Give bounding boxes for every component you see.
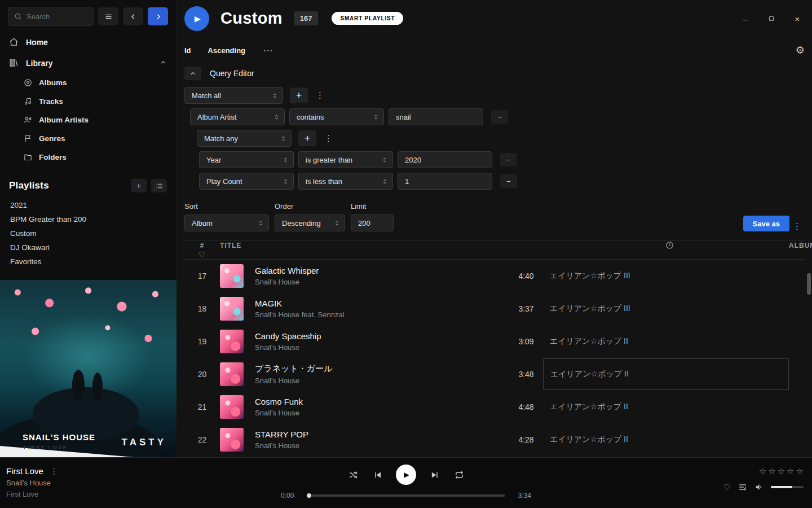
playlist-item[interactable]: BPM Greater than 200 [0,212,176,226]
limit-input[interactable] [351,214,394,231]
track-album-cell[interactable]: エイリアン☆ポップ II [550,391,789,423]
rule-value-input[interactable] [398,151,492,168]
column-header-favorite[interactable]: ♡ [184,250,220,259]
track-artist[interactable]: Snail's House [255,409,502,417]
playlist-item[interactable]: Custom [0,226,176,240]
sort-select[interactable]: Album [184,214,269,231]
table-row[interactable]: 18 MAGIK Snail's House feat. Sennzai 3:3… [184,292,805,325]
maximize-button[interactable] [762,10,780,27]
column-header-album[interactable]: ALBUM [789,242,805,249]
play-pause-button[interactable]: ▶ [396,465,416,485]
previous-track-button[interactable] [372,469,383,480]
track-album-cell-focused[interactable]: エイリアン☆ポップ II [550,358,789,390]
save-as-button[interactable]: Save as [743,216,789,231]
sidebar-item-folders[interactable]: Folders [0,148,176,167]
playlist-item[interactable]: Favorites [0,255,176,269]
nav-back-button[interactable] [123,7,143,25]
sidebar-item-genres[interactable]: Genres [0,129,176,148]
star-icon[interactable]: ☆ [768,466,775,476]
sidebar-item-home[interactable]: Home [0,32,176,52]
track-artist[interactable]: Snail's House [255,278,502,286]
track-artist[interactable]: Snail's House [255,441,502,450]
track-album-cell[interactable]: エイリアン☆ポップ II [550,424,789,456]
sidebar-item-library[interactable]: Library [0,52,176,73]
minimize-button[interactable]: – [736,10,754,27]
star-icon[interactable]: ☆ [759,466,766,476]
album-thumbnail [220,264,244,288]
table-row[interactable]: 21 Cosmo Funk Snail's House 4:48 エイリアン☆ポ… [184,391,805,423]
seek-handle[interactable] [307,493,311,498]
column-header-title[interactable]: TITLE [220,242,502,249]
track-artist[interactable]: Snail's House [255,343,502,352]
star-icon[interactable]: ☆ [787,466,794,476]
now-playing-artist[interactable]: Snail's House [6,479,58,487]
favorite-button[interactable]: ♡ [723,482,731,492]
rule-value-input[interactable] [389,108,483,125]
track-album-cell[interactable]: エイリアン☆ポップ III [550,293,789,325]
next-track-button[interactable] [429,469,440,480]
rule-field-select[interactable]: Play Count [199,173,294,190]
close-button[interactable]: × [788,10,806,27]
track-artist[interactable]: Snail's House feat. Sennzai [255,310,502,319]
match-all-select[interactable]: Match all [184,87,283,104]
more-options-control[interactable]: ··· [263,46,273,55]
track-album-cell[interactable]: エイリアン☆ポップ III [550,260,789,292]
track-artist[interactable]: Snail's House [255,376,502,385]
column-header-index[interactable]: # [184,242,220,249]
rule-operator-select[interactable]: is greater than [298,151,393,168]
track-album-cell[interactable]: エイリアン☆ポップ II [550,326,789,357]
table-row[interactable]: 22 STARRY POP Snail's House 4:28 エイリアン☆ポ… [184,423,805,456]
menu-button[interactable] [98,7,118,25]
scrollbar-thumb[interactable] [807,273,811,295]
add-group-rule-button[interactable]: + [298,130,316,146]
rule-field-select[interactable]: Year [199,151,294,168]
volume-slider[interactable] [771,486,804,488]
column-header-duration[interactable] [550,241,789,249]
now-playing-artwork[interactable]: SNAIL'S HOUSE FIRST LOVE TASTY [0,280,176,457]
table-row[interactable]: 17 Galactic Whisper Snail's House 4:40 エ… [184,260,805,292]
now-playing-album[interactable]: First Love [6,490,58,498]
playlist-item[interactable]: 2021 [0,198,176,212]
rule-operator-select[interactable]: is less than [298,173,393,190]
now-playing-title[interactable]: First Love [6,466,43,476]
sort-field-control[interactable]: Id [184,46,191,55]
add-rule-button[interactable]: + [290,87,308,103]
table-row[interactable]: 20 プラネット・ガール Snail's House 3:48 エイリアン☆ポッ… [184,358,805,391]
match-any-select[interactable]: Match any [197,130,292,147]
sort-direction-control[interactable]: Ascending [208,46,245,55]
add-playlist-button[interactable]: + [131,179,147,192]
sidebar-item-albums[interactable]: Albums [0,73,176,92]
now-playing-menu-button[interactable]: ⋮ [50,467,58,476]
row-number: 22 [184,435,220,444]
shuffle-button[interactable] [347,469,359,480]
play-playlist-button[interactable]: ▶ [184,6,209,31]
playlist-item[interactable]: DJ Okawari [0,240,176,255]
rule-field-select[interactable]: Album Artist [190,108,285,125]
save-menu-button[interactable]: ⋮ [789,221,805,231]
search-input[interactable] [27,12,87,21]
repeat-icon [454,470,464,480]
queue-button[interactable] [738,483,747,492]
remove-rule-button[interactable]: − [500,153,517,167]
group-menu-button[interactable]: ⋮ [321,133,336,143]
star-icon[interactable]: ☆ [778,466,785,476]
sidebar-item-album-artists[interactable]: Album Artists [0,111,176,129]
repeat-button[interactable] [453,469,465,480]
volume-button[interactable] [754,483,764,492]
remove-rule-button[interactable]: − [491,110,508,124]
sidebar-item-tracks[interactable]: Tracks [0,92,176,111]
rule-operator-select[interactable]: contains [289,108,384,125]
collapse-query-editor-button[interactable] [184,67,201,80]
star-icon[interactable]: ☆ [796,466,804,476]
select-caret-icon [381,178,389,185]
order-select[interactable]: Descending [275,214,345,231]
rule-value-input[interactable] [398,173,492,190]
search-box[interactable] [8,7,94,26]
gear-icon[interactable]: ⚙ [796,44,805,56]
table-row[interactable]: 19 Candy Spaceship Snail's House 3:09 エイ… [184,325,805,358]
rule-menu-button[interactable]: ⋮ [312,90,328,100]
playlist-list-options-button[interactable] [151,179,167,192]
seek-bar[interactable] [307,494,505,497]
remove-rule-button[interactable]: − [500,174,517,188]
nav-forward-button[interactable] [148,7,168,25]
